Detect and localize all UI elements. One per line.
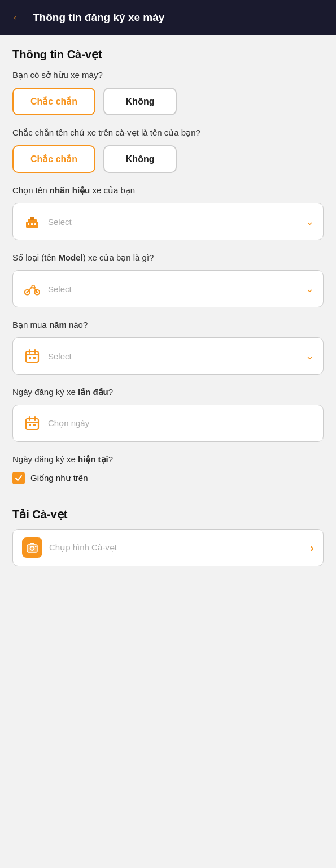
svg-rect-2	[30, 217, 34, 220]
brand-field-block: Chọn tên nhãn hiệu xe của bạn Select ⌄	[12, 184, 324, 240]
model-chevron-icon: ⌄	[306, 283, 314, 295]
content: Thông tin Cà-vẹt Bạn có sở hữu xe máy? C…	[0, 35, 336, 583]
svg-rect-10	[26, 351, 38, 362]
brand-label: Chọn tên nhãn hiệu xe của bạn	[12, 184, 324, 196]
model-field-block: Số loại (tên Model) xe của bạn là gì? Se…	[12, 251, 324, 307]
brand-select[interactable]: Select ⌄	[12, 203, 324, 240]
brand-placeholder: Select	[48, 217, 301, 227]
svg-rect-24	[35, 546, 37, 547]
svg-rect-21	[33, 424, 36, 426]
model-select[interactable]: Select ⌄	[12, 270, 324, 307]
section2: Tải Cà-vẹt Chụp hình Cà-vẹt ›	[12, 507, 324, 566]
first-reg-label: Ngày đăng ký xe lần đầu?	[12, 386, 324, 398]
year-label: Bạn mua năm nào?	[12, 319, 324, 331]
upload-placeholder: Chụp hình Cà-vẹt	[49, 542, 310, 553]
q2-yes-button[interactable]: Chắc chắn	[12, 145, 95, 173]
first-reg-calendar-icon	[22, 413, 42, 433]
svg-rect-4	[31, 223, 33, 225]
first-reg-placeholder: Chọn ngày	[48, 418, 314, 428]
q1-label: Bạn có sở hữu xe máy?	[12, 69, 324, 81]
upload-cavet-button[interactable]: Chụp hình Cà-vẹt ›	[12, 529, 324, 566]
brand-icon	[22, 211, 42, 232]
svg-point-8	[27, 291, 29, 293]
first-reg-date-input[interactable]: Chọn ngày	[12, 405, 324, 442]
svg-rect-22	[27, 545, 37, 552]
current-reg-field-block: Ngày đăng ký xe hiện tại? Giống như trên	[12, 453, 324, 484]
q1-yes-button[interactable]: Chắc chắn	[12, 88, 95, 115]
svg-rect-20	[29, 424, 31, 426]
model-placeholder: Select	[48, 284, 301, 294]
back-button[interactable]: ←	[11, 10, 24, 25]
brand-chevron-icon: ⌄	[306, 215, 314, 228]
camera-icon	[22, 537, 42, 558]
model-label: Số loại (tên Model) xe của bạn là gì?	[12, 251, 324, 263]
svg-rect-5	[34, 223, 36, 225]
year-chevron-icon: ⌄	[306, 350, 314, 362]
year-placeholder: Select	[48, 351, 301, 361]
header: ← Thông tin đăng ký xe máy	[0, 0, 336, 35]
same-as-above-checkbox[interactable]	[12, 472, 25, 484]
q2-label: Chắc chắn tên chủ xe trên cà-vẹt là tên …	[12, 127, 324, 138]
svg-rect-3	[28, 223, 29, 225]
upload-chevron-icon: ›	[310, 541, 314, 554]
section2-title: Tải Cà-vẹt	[12, 507, 324, 521]
page-title: Thông tin đăng ký xe máy	[33, 11, 164, 24]
svg-rect-14	[29, 357, 31, 359]
q1-btn-row: Chắc chắn Không	[12, 88, 324, 115]
calendar-icon	[22, 346, 42, 366]
svg-rect-16	[26, 419, 38, 429]
section1-title: Thông tin Cà-vẹt	[12, 47, 324, 61]
motorcycle-icon	[22, 279, 42, 299]
year-select[interactable]: Select ⌄	[12, 337, 324, 375]
year-field-block: Bạn mua năm nào? Select ⌄	[12, 319, 324, 375]
svg-point-9	[36, 291, 38, 293]
same-as-above-label: Giống như trên	[30, 473, 88, 483]
q2-btn-row: Chắc chắn Không	[12, 145, 324, 173]
section-divider	[12, 496, 324, 496]
first-reg-field-block: Ngày đăng ký xe lần đầu? Chọn ngày	[12, 386, 324, 442]
current-reg-label: Ngày đăng ký xe hiện tại?	[12, 453, 324, 465]
q2-no-button[interactable]: Không	[103, 145, 177, 173]
svg-rect-15	[33, 357, 36, 359]
q1-no-button[interactable]: Không	[103, 88, 177, 115]
same-as-above-row: Giống như trên	[12, 472, 324, 484]
